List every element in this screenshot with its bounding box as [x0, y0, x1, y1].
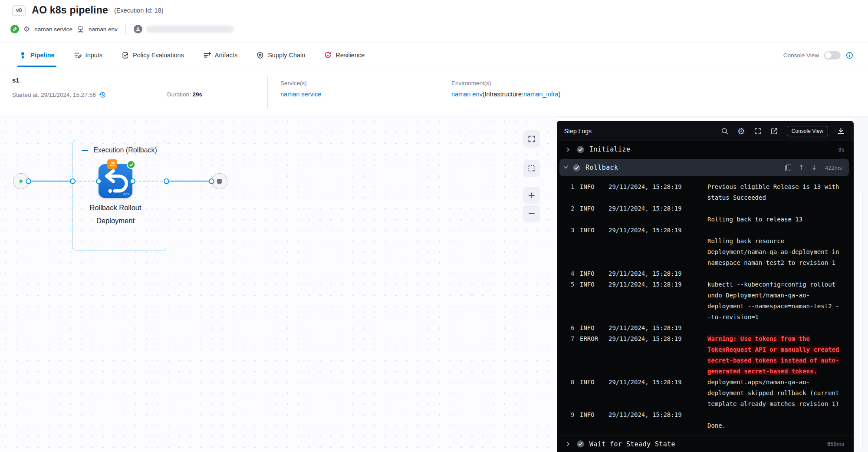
service-link[interactable]: naman service — [280, 91, 321, 98]
title-row: v0 AO k8s pipeline (Execution Id: 18) — [12, 4, 164, 16]
environment-name-label[interactable]: naman env — [89, 26, 118, 33]
log-line-number: 1 — [571, 181, 580, 203]
copy-icon[interactable] — [785, 165, 791, 171]
log-message: Rolling back resource Deployment/naman-q… — [707, 225, 845, 268]
log-level: ERROR — [580, 333, 608, 377]
link-icon — [10, 25, 19, 33]
fit-to-screen-button[interactable] — [523, 130, 540, 148]
avatar — [134, 25, 142, 33]
zoom-out-button[interactable] — [523, 205, 540, 222]
log-message: kubectl --kubeconfig=config rollout undo… — [707, 279, 845, 323]
environment-icon — [77, 26, 84, 33]
group-header: Execution (Rollback) — [73, 146, 166, 154]
info-icon[interactable] — [846, 52, 853, 59]
log-line-number: 2 — [571, 203, 580, 225]
log-line-number: 5 — [571, 279, 580, 323]
version-badge: v0 — [12, 5, 26, 16]
download-icon[interactable] — [837, 127, 845, 135]
console-view-toggle[interactable] — [824, 51, 841, 59]
tab-resilience[interactable]: Resilience — [324, 43, 365, 67]
log-message: Previous eligible Release is 13 with sta… — [707, 181, 845, 203]
rollback-step-node[interactable]: </> — [99, 164, 132, 198]
fullscreen-icon[interactable] — [754, 127, 762, 135]
open-in-new-icon[interactable] — [770, 127, 778, 135]
tab-label: Policy Evaluations — [133, 52, 184, 59]
chevron-right-icon[interactable] — [563, 147, 572, 152]
chevron-right-icon[interactable] — [563, 441, 572, 447]
section-duration: 658ms — [827, 441, 844, 447]
log-timestamp: 29/11/2024, 15:28:19 — [608, 323, 707, 333]
log-level: INFO — [580, 203, 608, 225]
log-section-wait-for-steady-state[interactable]: Wait for Steady State 658ms — [557, 436, 854, 452]
section-duration: 422ms — [825, 165, 842, 171]
chevron-down-icon[interactable] — [563, 164, 569, 172]
scrollbar-thumb[interactable] — [859, 189, 863, 449]
log-level: INFO — [580, 323, 608, 333]
log-level: INFO — [580, 181, 608, 203]
service-name-label[interactable]: naman service — [34, 26, 72, 33]
connector-dot — [26, 178, 31, 184]
log-timestamp: 29/11/2024, 15:28:19 — [608, 225, 707, 268]
log-line: 4INFO29/11/2024, 15:28:19 — [557, 268, 854, 279]
log-line: 3INFO29/11/2024, 15:28:19 Rolling back r… — [557, 225, 854, 268]
log-timestamp: 29/11/2024, 15:28:19 — [608, 279, 707, 323]
zoom-in-button[interactable] — [523, 187, 540, 204]
services-label: Service(s) — [280, 80, 321, 86]
gear-icon: ⚙ — [23, 26, 30, 33]
infrastructure-link[interactable]: naman_infra — [523, 91, 559, 98]
log-level: INFO — [580, 409, 608, 431]
infrastructure-suffix: ) — [559, 91, 561, 98]
log-line-number: 6 — [571, 323, 580, 333]
gear-icon[interactable]: ⚙ — [737, 127, 745, 135]
pipeline-meta-row: ⚙ naman service naman env — [10, 23, 233, 35]
redacted-user-text — [147, 26, 233, 33]
started-at-text: Started at: 29/11/2024, 15:27:56 — [12, 92, 96, 98]
app-header: v0 AO k8s pipeline (Execution Id: 18) ⚙ … — [0, 0, 868, 43]
execution-tab-bar: Pipeline Inputs Policy Evaluations Artif… — [0, 43, 868, 67]
environment-value: naman env(Infrastructure:naman_infra) — [451, 91, 560, 98]
scroll-up-icon[interactable]: ↑ — [799, 164, 804, 172]
group-label: Execution (Rollback) — [93, 146, 157, 154]
execution-id: (Execution Id: 18) — [114, 7, 164, 14]
log-timestamp: 29/11/2024, 15:28:19 — [608, 268, 707, 279]
log-panel-title: Step Logs — [564, 128, 592, 135]
log-message: deployment.apps/naman-qa-ao- deployment … — [707, 377, 845, 409]
step-logs-panel: Step Logs ⚙ Console View Initialize 3s — [557, 121, 854, 452]
tab-label: Artifacts — [215, 52, 237, 59]
success-check-icon — [576, 440, 585, 448]
marquee-select-button[interactable] — [523, 160, 540, 177]
duration-label: Duration: — [167, 91, 193, 98]
tab-policy-evaluations[interactable]: Policy Evaluations — [122, 43, 184, 67]
environments-column: Environment(s) naman env(Infrastructure:… — [451, 80, 560, 98]
tab-artifacts[interactable]: Artifacts — [203, 43, 237, 67]
log-message: Done. — [707, 409, 845, 431]
console-view-button[interactable]: Console View — [787, 126, 828, 136]
log-line-number: 4 — [571, 268, 580, 279]
tab-label: Pipeline — [30, 52, 55, 59]
success-badge-icon — [127, 160, 135, 169]
tab-inputs[interactable]: Inputs — [74, 43, 103, 67]
connector-dot — [70, 178, 76, 184]
log-section-rollback[interactable]: Rollback ↑ ↓ 422ms — [559, 159, 849, 176]
tab-label: Inputs — [85, 52, 103, 59]
log-line-number: 3 — [571, 225, 580, 268]
scroll-down-icon[interactable]: ↓ — [811, 164, 817, 172]
divider — [125, 24, 126, 34]
tabbar-right: Console View — [783, 51, 853, 59]
log-body[interactable]: 1INFO29/11/2024, 15:28:19Previous eligib… — [557, 178, 854, 436]
toggle-knob — [825, 52, 832, 59]
log-timestamp: 29/11/2024, 15:28:19 — [608, 377, 707, 409]
log-section-initialize[interactable]: Initialize 3s — [557, 141, 854, 158]
log-line-number: 7 — [571, 333, 580, 377]
environment-link[interactable]: naman env — [451, 91, 483, 98]
pipeline-canvas[interactable]: Execution (Rollback) </> Rollback Rollou… — [0, 116, 557, 452]
history-icon[interactable] — [99, 91, 106, 99]
edge-group-to-end — [168, 181, 212, 181]
connector-dot — [96, 178, 102, 184]
collapse-icon[interactable] — [82, 150, 88, 151]
tab-pipeline[interactable]: Pipeline — [19, 43, 55, 67]
log-line-error: 7ERROR29/11/2024, 15:28:19Warning: Use t… — [557, 333, 854, 377]
tab-supply-chain[interactable]: Supply Chain — [256, 43, 305, 67]
search-icon[interactable] — [721, 127, 729, 135]
log-level: INFO — [580, 377, 608, 409]
